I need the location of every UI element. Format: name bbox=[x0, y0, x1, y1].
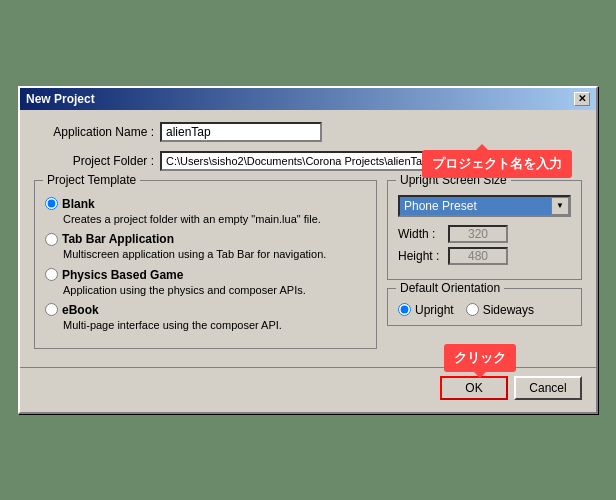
template-tabbar-radio[interactable] bbox=[45, 233, 58, 246]
template-blank-label[interactable]: Blank bbox=[45, 197, 366, 211]
title-bar-buttons: ✕ bbox=[574, 92, 590, 106]
orientation-sideways-label[interactable]: Sideways bbox=[466, 303, 534, 317]
main-area: Project Template Blank Creates a project… bbox=[34, 180, 582, 349]
width-row: Width : bbox=[398, 225, 571, 243]
template-ebook-desc: Multi-page interface using the composer … bbox=[63, 318, 366, 332]
ok-button[interactable]: OK bbox=[440, 376, 508, 400]
cancel-button[interactable]: Cancel bbox=[514, 376, 582, 400]
template-ebook-label[interactable]: eBook bbox=[45, 303, 366, 317]
preset-select[interactable]: Phone Preset Tablet Preset Custom bbox=[398, 195, 571, 217]
project-folder-input[interactable] bbox=[160, 151, 440, 171]
template-tabbar-desc: Multiscreen application using a Tab Bar … bbox=[63, 247, 366, 261]
new-project-dialog: New Project ✕ Application Name : プロジェクト名… bbox=[18, 86, 598, 414]
dialog-title: New Project bbox=[26, 92, 95, 106]
template-physics-label[interactable]: Physics Based Game bbox=[45, 268, 366, 282]
orientation-upright-label[interactable]: Upright bbox=[398, 303, 454, 317]
width-label: Width : bbox=[398, 227, 448, 241]
template-group-title: Project Template bbox=[43, 173, 140, 187]
template-physics: Physics Based Game Application using the… bbox=[45, 268, 366, 297]
enter-name-tooltip: プロジェクト名を入力 bbox=[422, 150, 572, 178]
orientation-title: Default Orientation bbox=[396, 281, 504, 295]
app-name-input[interactable] bbox=[160, 122, 322, 142]
height-label: Height : bbox=[398, 249, 448, 263]
orientation-row: Upright Sideways bbox=[398, 303, 571, 317]
template-tabbar-label[interactable]: Tab Bar Application bbox=[45, 232, 366, 246]
right-panel: Upright Screen Size Phone Preset Tablet … bbox=[387, 180, 582, 349]
height-row: Height : bbox=[398, 247, 571, 265]
left-panel: Project Template Blank Creates a project… bbox=[34, 180, 377, 349]
project-template-group: Project Template Blank Creates a project… bbox=[34, 180, 377, 349]
template-blank-desc: Creates a project folder with an empty "… bbox=[63, 212, 366, 226]
height-input bbox=[448, 247, 508, 265]
template-tabbar: Tab Bar Application Multiscreen applicat… bbox=[45, 232, 366, 261]
title-bar: New Project ✕ bbox=[20, 88, 596, 110]
template-blank-radio[interactable] bbox=[45, 197, 58, 210]
preset-select-wrapper: Phone Preset Tablet Preset Custom ▼ bbox=[398, 195, 571, 217]
orientation-group: Default Orientation Upright Sideways bbox=[387, 288, 582, 326]
dialog-content: Application Name : プロジェクト名を入力 Project Fo… bbox=[20, 110, 596, 361]
close-button[interactable]: ✕ bbox=[574, 92, 590, 106]
project-folder-label: Project Folder : bbox=[34, 154, 154, 168]
template-ebook: eBook Multi-page interface using the com… bbox=[45, 303, 366, 332]
template-physics-radio[interactable] bbox=[45, 268, 58, 281]
button-bar: OK Cancel bbox=[20, 367, 596, 412]
screen-size-group: Upright Screen Size Phone Preset Tablet … bbox=[387, 180, 582, 280]
app-name-label: Application Name : bbox=[34, 125, 154, 139]
bottom-area: クリック OK Cancel bbox=[20, 367, 596, 412]
template-physics-desc: Application using the physics and compos… bbox=[63, 283, 366, 297]
template-ebook-radio[interactable] bbox=[45, 303, 58, 316]
orientation-upright-radio[interactable] bbox=[398, 303, 411, 316]
orientation-sideways-radio[interactable] bbox=[466, 303, 479, 316]
app-name-row: Application Name : プロジェクト名を入力 bbox=[34, 122, 582, 142]
template-blank: Blank Creates a project folder with an e… bbox=[45, 197, 366, 226]
click-tooltip: クリック bbox=[444, 344, 516, 372]
width-input bbox=[448, 225, 508, 243]
